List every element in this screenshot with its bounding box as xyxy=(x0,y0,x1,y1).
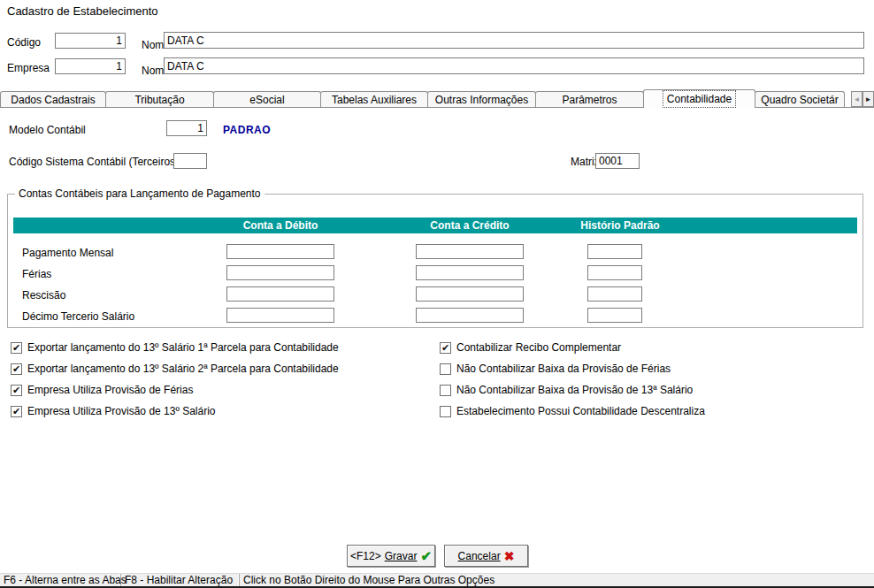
tab-parametros[interactable]: Parâmetros xyxy=(535,91,644,107)
checkbox-label: Não Contabilizar Baixa da Provisão de Fé… xyxy=(456,363,671,375)
checkbox-label: Contabilizar Recibo Complementar xyxy=(456,341,621,354)
empresa-label: Empresa xyxy=(7,62,50,74)
credito-input-pagamento-mensal[interactable] xyxy=(416,244,524,259)
checkbox-box[interactable] xyxy=(11,406,22,417)
status-bar: F6 - Alterna entre as Abas F8 - Habilita… xyxy=(0,573,874,588)
tab-label: Tributação xyxy=(133,94,186,106)
tab-label: eSocial xyxy=(248,94,286,106)
modelo-contabil-input[interactable] xyxy=(166,120,207,136)
col-header-conta-credito: Conta a Crédito xyxy=(403,219,536,232)
tab-label: Dados Cadastrais xyxy=(9,94,96,106)
historico-input-decimo-terceiro[interactable] xyxy=(587,308,642,323)
checkbox-box[interactable] xyxy=(11,385,22,396)
tab-dados-cadastrais[interactable]: Dados Cadastrais xyxy=(0,91,106,107)
checkbox-nao-contabilizar-baixa-13[interactable]: Não Contabilizar Baixa da Provisão de 13… xyxy=(440,384,693,396)
tab-label: Parâmetros xyxy=(560,94,618,106)
tab-label: Outras Informações xyxy=(433,94,530,106)
checkbox-label: Exportar lançamento do 13º Salário 1ª Pa… xyxy=(27,341,339,354)
checkbox-label: Estabelecimento Possui Contabilidade Des… xyxy=(456,405,705,417)
cancelar-text-label: Cancelar xyxy=(458,550,501,562)
checkbox-exportar-13-primeira-parcela[interactable]: Exportar lançamento do 13º Salário 1ª Pa… xyxy=(11,341,339,354)
checkbox-provisao-13-salario[interactable]: Empresa Utiliza Provisão de 13º Salário xyxy=(11,405,215,417)
debito-input-decimo-terceiro[interactable] xyxy=(226,308,334,323)
empresa-input[interactable] xyxy=(55,58,126,74)
codigo-sistema-contabil-label: Código Sistema Contábil (Terceiros) xyxy=(9,156,179,168)
tab-label: Tabelas Auxiliares xyxy=(330,94,418,106)
tab-tributacao[interactable]: Tributação xyxy=(105,91,214,107)
tab-scroll-right-icon[interactable]: ► xyxy=(862,91,874,107)
checkbox-box[interactable] xyxy=(11,342,22,354)
payment-row-label: Férias xyxy=(22,268,51,280)
modelo-contabil-descricao: PADRAO xyxy=(223,124,271,136)
modelo-contabil-label: Modelo Contábil xyxy=(9,124,86,136)
col-header-conta-debito: Conta a Débito xyxy=(214,219,347,232)
historico-input-rescisao[interactable] xyxy=(587,286,642,302)
checkbox-contabilidade-descentralizada[interactable]: Estabelecimento Possui Contabilidade Des… xyxy=(440,405,705,417)
tab-contabilidade[interactable]: Contabilidade xyxy=(643,89,755,108)
gravar-text-label: Gravar xyxy=(385,550,418,562)
cadastro-estabelecimento-window: Cadastro de Estabelecimento Código Nome … xyxy=(0,0,874,588)
historico-input-pagamento-mensal[interactable] xyxy=(587,244,642,259)
matriz-input[interactable] xyxy=(595,153,640,169)
checkbox-exportar-13-segunda-parcela[interactable]: Exportar lançamento do 13º Salário 2ª Pa… xyxy=(11,363,339,375)
cancel-icon: ✖ xyxy=(504,550,515,562)
checkbox-label: Não Contabilizar Baixa da Provisão de 13… xyxy=(456,384,693,396)
gravar-button[interactable]: <F12> Gravar ✔ xyxy=(347,545,435,567)
tab-outras-informacoes[interactable]: Outras Informações xyxy=(427,91,536,107)
checkbox-box[interactable] xyxy=(440,385,451,396)
status-panel-f6: F6 - Alterna entre as Abas xyxy=(0,574,121,586)
empresa-nome-input[interactable] xyxy=(164,57,864,74)
page-title: Cadastro de Estabelecimento xyxy=(7,4,158,18)
credito-input-decimo-terceiro[interactable] xyxy=(416,308,524,323)
debito-input-rescisao[interactable] xyxy=(226,286,334,302)
codigo-label: Código xyxy=(7,36,41,49)
tab-bar: Dados Cadastrais Tributação eSocial Tabe… xyxy=(0,91,874,108)
contas-contabeis-legend: Contas Contábeis para Lançamento de Paga… xyxy=(15,187,264,200)
check-icon: ✔ xyxy=(420,549,432,562)
checkbox-nao-contabilizar-baixa-ferias[interactable]: Não Contabilizar Baixa da Provisão de Fé… xyxy=(440,363,671,375)
tab-label: Contabilidade xyxy=(665,93,733,105)
checkbox-box[interactable] xyxy=(11,363,22,375)
checkbox-label: Empresa Utiliza Provisão de Férias xyxy=(27,384,193,396)
debito-input-pagamento-mensal[interactable] xyxy=(226,244,334,259)
status-panel-hint: Click no Botão Direito do Mouse Para Out… xyxy=(240,574,874,586)
payment-row-label: Pagamento Mensal xyxy=(22,247,113,259)
checkbox-label: Exportar lançamento do 13º Salário 2ª Pa… xyxy=(27,363,339,375)
codigo-sistema-contabil-input[interactable] xyxy=(173,153,207,169)
checkbox-provisao-ferias[interactable]: Empresa Utiliza Provisão de Férias xyxy=(11,384,193,396)
checkbox-box[interactable] xyxy=(440,363,451,375)
tab-scrollers: ◄ ► xyxy=(851,91,874,107)
checkbox-contabilizar-recibo-complementar[interactable]: Contabilizar Recibo Complementar xyxy=(440,341,621,354)
contas-header-bar: Conta a Débito Conta a Crédito Histório … xyxy=(13,218,857,233)
tab-tabelas-auxiliares[interactable]: Tabelas Auxiliares xyxy=(320,91,428,107)
payment-row-label: Décimo Tercerio Salário xyxy=(22,310,134,323)
tab-scroll-left-icon[interactable]: ◄ xyxy=(851,91,862,107)
credito-input-rescisao[interactable] xyxy=(416,286,524,302)
tab-esocial[interactable]: eSocial xyxy=(213,91,321,107)
col-header-historico-padrao: Histório Padrão xyxy=(554,219,686,232)
cancelar-button[interactable]: Cancelar ✖ xyxy=(444,545,528,567)
checkbox-label: Empresa Utiliza Provisão de 13º Salário xyxy=(27,405,215,417)
payment-row-label: Rescisão xyxy=(22,289,65,302)
codigo-nome-input[interactable] xyxy=(164,32,864,49)
contas-contabeis-groupbox: Contas Contábeis para Lançamento de Paga… xyxy=(7,194,863,328)
historico-input-ferias[interactable] xyxy=(587,265,642,280)
debito-input-ferias[interactable] xyxy=(226,265,334,280)
credito-input-ferias[interactable] xyxy=(416,265,524,280)
gravar-key-label: <F12> xyxy=(350,550,381,562)
status-panel-f8: F8 - Habilitar Alteração xyxy=(121,574,240,586)
checkbox-box[interactable] xyxy=(440,406,451,417)
tab-label: Quadro Societár xyxy=(759,94,840,106)
codigo-input[interactable] xyxy=(55,33,126,49)
checkbox-box[interactable] xyxy=(440,342,451,354)
tab-quadro-societario[interactable]: Quadro Societár xyxy=(755,91,845,107)
